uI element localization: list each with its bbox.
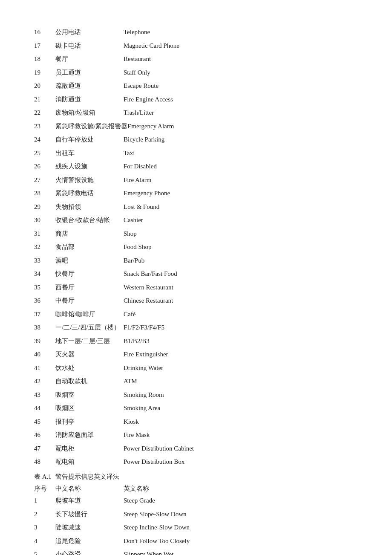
row-number: 41 — [34, 363, 55, 374]
row-chinese: 废物箱/垃圾箱 — [55, 107, 124, 119]
row-number: 25 — [34, 148, 55, 159]
table-row: 36中餐厅Chinese Restaurant — [34, 294, 358, 308]
row-chinese: 自行车停放处 — [55, 134, 124, 145]
warning-row-english: Steep Grade — [124, 495, 155, 506]
row-chinese: 紧急呼救电话 — [55, 188, 124, 199]
row-english: ATM — [124, 376, 137, 387]
table-row: 28紧急呼救电话Emergency Phone — [34, 187, 358, 200]
row-number: 33 — [34, 255, 55, 266]
row-english: Drinking Water — [124, 363, 163, 374]
row-chinese: 快餐厅 — [55, 269, 124, 280]
row-chinese: 灭火器 — [55, 349, 124, 360]
row-number: 39 — [34, 336, 55, 347]
row-number: 36 — [34, 295, 55, 306]
warning-row: 2长下坡慢行Steep Slope-Slow Down — [34, 508, 358, 521]
row-english: Fire Engine Access — [124, 94, 173, 105]
row-english: Magnetic Card Phone — [124, 40, 179, 52]
row-english: Power Distribution Cabinet — [124, 443, 194, 454]
table-row: 27火情警报设施Fire Alarm — [34, 173, 358, 187]
warning-row-chinese: 陡坡减速 — [55, 522, 124, 533]
table-row: 29失物招领Lost & Found — [34, 200, 358, 214]
warning-row-number: 4 — [34, 536, 55, 547]
row-number: 21 — [34, 94, 55, 105]
col-chinese-header: 中文名称 — [55, 485, 124, 493]
row-english: Power Distribution Box — [124, 457, 184, 468]
row-number: 34 — [34, 269, 55, 280]
row-number: 26 — [34, 161, 55, 172]
row-chinese: 配电箱 — [55, 457, 124, 468]
row-chinese: 员工通道 — [55, 67, 124, 78]
warning-row-chinese: 长下坡慢行 — [55, 509, 124, 520]
row-english: Cashier — [124, 215, 143, 226]
row-chinese: 残疾人设施 — [55, 161, 124, 172]
row-english: Escape Route — [124, 81, 159, 92]
row-number: 46 — [34, 430, 55, 441]
row-english: Emergency Phone — [124, 188, 170, 199]
row-chinese: 紧急呼救设施/紧急报警器 — [55, 121, 127, 132]
row-english: Kiosk — [124, 416, 139, 428]
row-english: Bicycle Parking — [124, 134, 164, 145]
row-english: Western Restaurant — [124, 282, 173, 293]
warning-row: 1爬坡车道Steep Grade — [34, 494, 358, 508]
row-english: Trash/Litter — [124, 107, 154, 119]
table-row: 16公用电话Telephone — [34, 26, 358, 39]
row-english: Food Shop — [124, 242, 151, 253]
row-number: 42 — [34, 376, 55, 387]
row-english: Restaurant — [124, 54, 151, 65]
row-chinese: 地下一层/二层/三层 — [55, 336, 124, 347]
row-chinese: 餐厅 — [55, 54, 124, 65]
table-row: 18餐厅Restaurant — [34, 52, 358, 66]
row-chinese: 吸烟区 — [55, 403, 124, 414]
row-number: 38 — [34, 322, 55, 333]
table-row: 45报刊亭Kiosk — [34, 415, 358, 429]
row-english: Café — [124, 309, 135, 320]
row-english: Smoking Area — [124, 403, 160, 414]
col-english-header: 英文名称 — [124, 485, 149, 493]
table-row: 47配电柜Power Distribution Cabinet — [34, 442, 358, 456]
row-english: Smoking Room — [124, 390, 164, 401]
row-number: 37 — [34, 309, 55, 320]
row-number: 40 — [34, 349, 55, 360]
row-english: Lost & Found — [124, 202, 159, 213]
table-row: 20疏散通道Escape Route — [34, 79, 358, 93]
warning-row-chinese: 爬坡车道 — [55, 495, 124, 506]
row-number: 30 — [34, 215, 55, 226]
row-number: 16 — [34, 27, 55, 38]
table-row: 31商店Shop — [34, 227, 358, 241]
row-number: 44 — [34, 403, 55, 414]
section-title-text: 警告提示信息英文译法 — [55, 471, 119, 483]
row-chinese: 报刊亭 — [55, 416, 124, 428]
row-number: 43 — [34, 390, 55, 401]
table-row: 48配电箱Power Distribution Box — [34, 455, 358, 469]
warning-row: 4追尾危险Don't Follow Too Closely — [34, 535, 358, 548]
row-number: 22 — [34, 107, 55, 119]
row-english: F1/F2/F3/F4/F5 — [124, 322, 164, 333]
table-row: 40灭火器Fire Extinguisher — [34, 348, 358, 361]
row-number: 45 — [34, 416, 55, 428]
row-chinese: 消防通道 — [55, 94, 124, 105]
table-row: 42自动取款机ATM — [34, 375, 358, 388]
table-row: 43吸烟室Smoking Room — [34, 388, 358, 402]
warning-row: 3陡坡减速Steep Incline-Slow Down — [34, 521, 358, 535]
section-header: 表 A.1 警告提示信息英文译法 — [34, 469, 358, 484]
table-row: 19员工通道Staff Only — [34, 66, 358, 80]
row-number: 27 — [34, 175, 55, 186]
row-number: 35 — [34, 282, 55, 293]
row-chinese: 商店 — [55, 228, 124, 240]
row-english: Bar/Pub — [124, 255, 144, 266]
col-num-header: 序号 — [34, 485, 55, 493]
row-english: B1/B2/B3 — [124, 336, 150, 347]
row-english: Fire Extinguisher — [124, 349, 168, 360]
section-label: 表 A.1 — [34, 471, 55, 483]
row-chinese: 自动取款机 — [55, 376, 124, 387]
warning-row-number: 5 — [34, 549, 55, 555]
row-chinese: 出租车 — [55, 148, 124, 159]
main-table: 16公用电话Telephone17磁卡电话Magnetic Card Phone… — [34, 26, 358, 555]
warning-row-chinese: 追尾危险 — [55, 536, 124, 547]
table-row: 17磁卡电话Magnetic Card Phone — [34, 39, 358, 53]
row-chinese: 失物招领 — [55, 202, 124, 213]
table-row: 22废物箱/垃圾箱Trash/Litter — [34, 106, 358, 120]
table-row: 26残疾人设施For Disabled — [34, 160, 358, 173]
warning-row-english: Don't Follow Too Closely — [124, 536, 190, 547]
row-chinese: 酒吧 — [55, 255, 124, 266]
